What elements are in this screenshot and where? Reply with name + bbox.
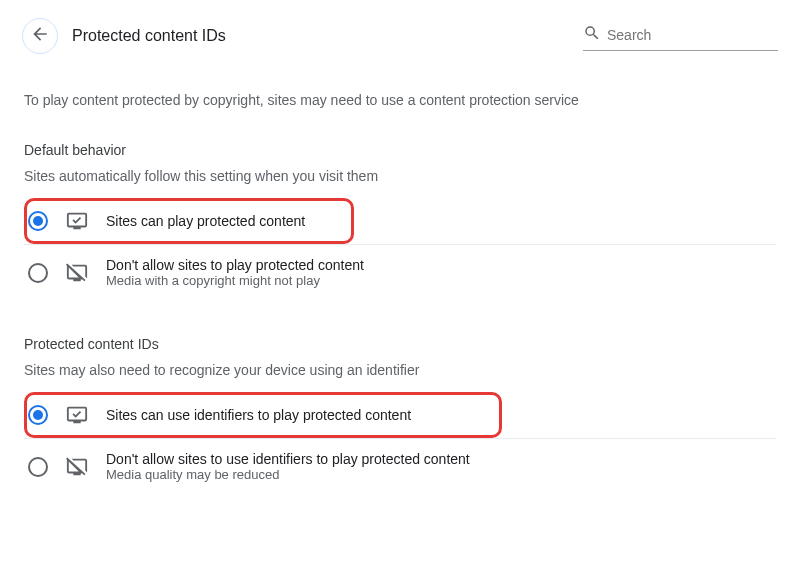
option-label: Don't allow sites to use identifiers to … [106,451,470,467]
radio-checked-icon[interactable] [28,211,48,231]
option-text: Sites can play protected content [106,213,305,229]
section-ids-subtitle: Sites may also need to recognize your de… [24,362,776,378]
option-block-protected[interactable]: Don't allow sites to play protected cont… [24,244,776,300]
intro-text: To play content protected by copyright, … [24,92,776,108]
section-ids-title: Protected content IDs [24,336,776,352]
option-label: Don't allow sites to play protected cont… [106,257,364,273]
search-field-wrap[interactable] [583,22,778,51]
section-default-behavior-subtitle: Sites automatically follow this setting … [24,168,776,184]
search-icon [583,24,601,46]
radio-checked-icon[interactable] [28,405,48,425]
page-title: Protected content IDs [72,27,226,45]
screen-check-icon [66,210,88,232]
option-text: Don't allow sites to play protected cont… [106,257,364,288]
back-button[interactable] [22,18,58,54]
option-desc: Media with a copyright might not play [106,273,364,288]
settings-content: To play content protected by copyright, … [0,64,800,494]
radio-unchecked-icon[interactable] [28,263,48,283]
option-text: Don't allow sites to use identifiers to … [106,451,470,482]
radio-unchecked-icon[interactable] [28,457,48,477]
page-header: Protected content IDs [0,0,800,64]
search-input[interactable] [607,27,778,43]
screen-off-icon [66,456,88,478]
option-text: Sites can use identifiers to play protec… [106,407,411,423]
screen-check-icon [66,404,88,426]
arrow-left-icon [30,24,50,48]
option-label: Sites can play protected content [106,213,305,229]
screen-off-icon [66,262,88,284]
option-label: Sites can use identifiers to play protec… [106,407,411,423]
option-allow-identifiers[interactable]: Sites can use identifiers to play protec… [24,392,502,438]
section-default-behavior-title: Default behavior [24,142,776,158]
section-gap [24,300,776,336]
option-block-identifiers[interactable]: Don't allow sites to use identifiers to … [24,438,776,494]
option-allow-protected[interactable]: Sites can play protected content [24,198,354,244]
option-desc: Media quality may be reduced [106,467,470,482]
